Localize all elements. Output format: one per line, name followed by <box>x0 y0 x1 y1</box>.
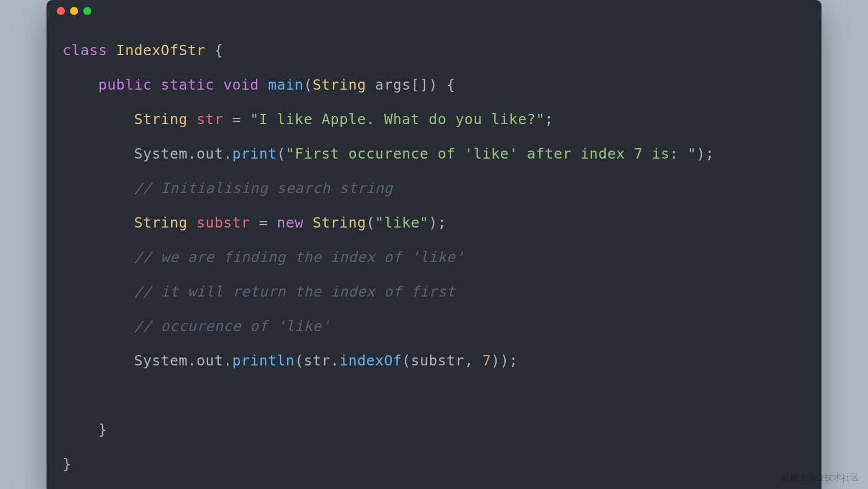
code-line-1: class IndexOfStr { <box>63 42 223 59</box>
identifier-out: out <box>196 145 223 162</box>
string-literal: "I like Apple. What do you like?" <box>250 111 545 128</box>
identifier-str: str <box>304 352 331 369</box>
method-println: println <box>232 352 295 369</box>
code-line-2: public static void main(String args[]) { <box>63 76 455 93</box>
identifier-substr: substr <box>411 352 464 369</box>
code-line-6: String substr = new String("like"); <box>63 214 447 231</box>
identifier-system: System <box>134 352 187 369</box>
code-line-3: String str = "I like Apple. What do you … <box>63 111 553 128</box>
minimize-button-icon[interactable] <box>70 7 78 15</box>
watermark-text: @稀土掘金技术社区 <box>781 472 859 483</box>
keyword-class: class <box>63 42 107 59</box>
string-literal: "First occurence of 'like' after index 7… <box>286 145 696 162</box>
code-line-4: System.out.print("First occurence of 'li… <box>63 145 714 162</box>
code-editor-window: class IndexOfStr { public static void ma… <box>46 0 822 489</box>
window-title-bar <box>46 0 822 22</box>
code-content: class IndexOfStr { public static void ma… <box>46 22 822 489</box>
number-literal: 7 <box>482 352 491 369</box>
method-print: print <box>232 145 277 162</box>
code-line-12: } <box>63 421 107 438</box>
variable-substr: substr <box>188 214 250 231</box>
close-button-icon[interactable] <box>57 7 65 15</box>
comment: // we are finding the index of 'like' <box>134 249 464 265</box>
comment: // it will return the index of first <box>134 283 455 300</box>
keyword-static: static <box>152 76 215 93</box>
code-line-7: // we are finding the index of 'like' <box>63 249 464 265</box>
comment: // occurence of 'like' <box>134 318 330 334</box>
code-line-5: // Initialising search string <box>63 180 393 197</box>
identifier-out: out <box>196 352 223 369</box>
comment: // Initialising search string <box>134 180 393 197</box>
code-line-13: } <box>63 456 72 472</box>
class-name: IndexOfStr <box>116 42 206 59</box>
keyword-new: new <box>277 214 304 231</box>
type-string: String <box>312 76 366 93</box>
constructor-string: String <box>312 214 366 231</box>
code-line-10: System.out.println(str.indexOf(substr, 7… <box>63 352 518 369</box>
string-literal: "like" <box>375 214 428 231</box>
param-args: args <box>366 76 411 93</box>
type-string: String <box>134 214 187 231</box>
method-indexof: indexOf <box>339 352 402 369</box>
code-line-8: // it will return the index of first <box>63 283 455 300</box>
maximize-button-icon[interactable] <box>83 7 91 15</box>
method-main: main <box>259 76 304 93</box>
code-line-9: // occurence of 'like' <box>63 318 331 334</box>
identifier-system: System <box>134 145 187 162</box>
keyword-public: public <box>98 76 152 93</box>
keyword-void: void <box>214 76 259 93</box>
type-string: String <box>134 111 187 128</box>
variable-str: str <box>188 111 223 128</box>
